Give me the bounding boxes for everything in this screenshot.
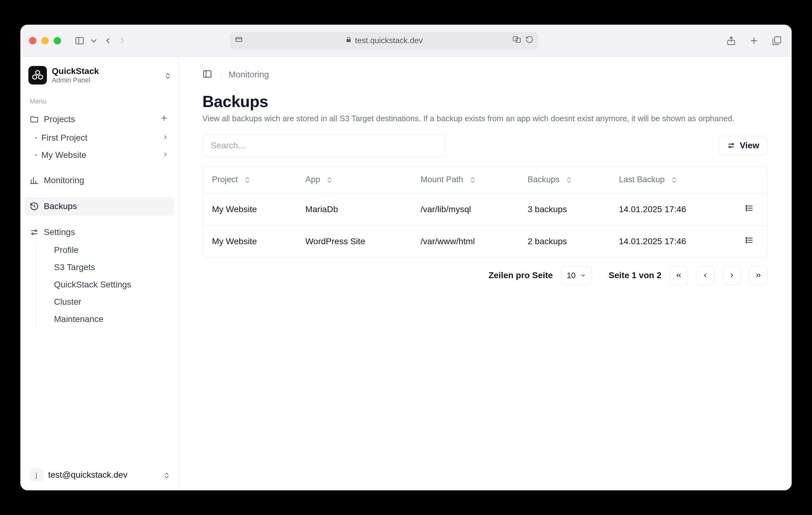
svg-point-11 [746, 205, 747, 207]
backups-table: Project App [202, 166, 767, 258]
brand-name: QuickStack [52, 66, 99, 76]
svg-point-6 [35, 230, 37, 232]
sidebar-item-backups[interactable]: Backups [25, 197, 174, 216]
main-content: Monitoring Backups View all backups wich… [178, 57, 792, 490]
sort-icon [327, 177, 332, 183]
safari-toolbar: test.quickstack.dev [20, 25, 792, 57]
sidebar-toggle-button[interactable] [74, 34, 86, 47]
svg-point-14 [746, 238, 747, 239]
nav-back-button[interactable] [102, 34, 114, 47]
safari-window: test.quickstack.dev [20, 25, 792, 490]
chevron-down-icon [89, 36, 99, 46]
sidebar: QuickStack Admin Panel Menu Projects [20, 57, 178, 490]
share-button[interactable] [725, 34, 737, 47]
panel-left-icon [202, 69, 212, 79]
sliders-icon [30, 228, 39, 237]
window-minimize-button[interactable] [41, 37, 49, 44]
bullet-icon [35, 137, 37, 139]
sort-icon [567, 177, 571, 183]
brand-switcher[interactable]: QuickStack Admin Panel [25, 63, 174, 88]
rows-per-page-label: Zeilen pro Seite [488, 270, 553, 280]
svg-rect-3 [516, 38, 520, 42]
sidebar-project-0-label: First Project [41, 133, 87, 143]
row-details-button[interactable] [745, 204, 754, 213]
breadcrumb-item[interactable]: Monitoring [229, 70, 269, 80]
tabs-overview-button[interactable] [771, 34, 783, 47]
col-project[interactable]: Project [203, 166, 296, 193]
svg-point-16 [746, 242, 747, 243]
chevron-right-icon [117, 36, 127, 46]
col-backups[interactable]: Backups [518, 166, 610, 193]
page-last-button[interactable] [749, 266, 767, 285]
svg-rect-1 [236, 38, 242, 42]
chevrons-right-icon [755, 272, 762, 279]
share-icon [726, 35, 736, 46]
sliders-icon [727, 141, 735, 150]
sidebar-project-1[interactable]: My Website [25, 147, 174, 164]
sidebar-settings-s3targets[interactable]: S3 Targets [37, 259, 174, 276]
svg-point-12 [746, 208, 747, 209]
sidebar-label-backups: Backups [44, 201, 77, 211]
page-prev-button[interactable] [696, 266, 715, 285]
sidebar-label-monitoring: Monitoring [44, 176, 84, 185]
address-text: test.quickstack.dev [355, 36, 423, 46]
website-settings-icon[interactable] [235, 35, 243, 46]
chevron-right-icon [162, 133, 169, 143]
sidebar-project-0[interactable]: First Project [25, 129, 174, 147]
list-icon [745, 236, 754, 245]
cubes-icon [32, 69, 44, 81]
sidebar-item-projects[interactable]: Projects [25, 109, 174, 129]
sidebar-settings-quickstack[interactable]: QuickStack Settings [37, 276, 174, 293]
page-first-button[interactable] [669, 266, 688, 285]
table-row[interactable]: My Website WordPress Site /var/www/html … [203, 225, 767, 258]
nav-forward-button[interactable] [116, 34, 128, 47]
user-menu[interactable]: j test@quickstack.dev [25, 464, 174, 486]
svg-point-15 [746, 240, 747, 241]
table-controls: View [178, 134, 792, 166]
window-maximize-button[interactable] [54, 37, 61, 44]
svg-point-9 [732, 143, 733, 145]
pagination: Zeilen pro Seite 10 Seite 1 von 2 [178, 258, 792, 285]
brand-logo [28, 66, 47, 85]
translate-icon[interactable] [513, 35, 521, 46]
table-row[interactable]: My Website MariaDb /var/lib/mysql 3 back… [203, 193, 767, 225]
new-tab-button[interactable] [748, 34, 760, 47]
col-last-backup[interactable]: Last Backup [610, 166, 736, 193]
chevron-left-icon [702, 272, 709, 279]
chevrons-left-icon [675, 272, 683, 279]
svg-rect-2 [513, 37, 517, 41]
svg-point-13 [746, 210, 747, 211]
traffic-lights [29, 37, 61, 44]
breadcrumb-bar: Monitoring [178, 57, 792, 85]
svg-point-7 [32, 233, 34, 235]
add-project-icon[interactable] [160, 114, 169, 125]
col-mount-path[interactable]: Mount Path [411, 166, 518, 193]
toolbar-dropdown-button[interactable] [88, 34, 100, 47]
svg-rect-0 [76, 37, 83, 44]
address-bar[interactable]: test.quickstack.dev [230, 32, 538, 49]
history-icon [30, 202, 39, 211]
sidebar-settings-cluster[interactable]: Cluster [37, 293, 174, 310]
sidebar-settings-maintenance[interactable]: Maintenance [37, 310, 174, 328]
sidebar-project-1-label: My Website [41, 150, 86, 160]
svg-rect-5 [775, 37, 781, 43]
sidebar-item-settings[interactable]: Settings [25, 223, 174, 241]
view-button[interactable]: View [719, 136, 767, 155]
sidebar-item-monitoring[interactable]: Monitoring [25, 171, 174, 190]
page-next-button[interactable] [723, 266, 741, 285]
svg-rect-8 [204, 71, 211, 77]
col-app[interactable]: App [296, 166, 411, 193]
row-details-button[interactable] [745, 236, 754, 245]
reload-icon[interactable] [525, 35, 533, 46]
brand-subtitle: Admin Panel [52, 76, 99, 84]
rows-per-page-select[interactable]: 10 [561, 266, 592, 285]
list-icon [745, 204, 754, 212]
user-email: test@quickstack.dev [48, 470, 127, 480]
sidebar-settings-profile[interactable]: Profile [37, 241, 174, 259]
chevron-down-icon [580, 272, 586, 278]
folder-icon [30, 115, 39, 124]
toggle-sidebar-button[interactable] [202, 69, 212, 80]
search-input[interactable] [202, 134, 446, 157]
window-close-button[interactable] [29, 37, 36, 44]
sidebar-icon [75, 36, 85, 46]
